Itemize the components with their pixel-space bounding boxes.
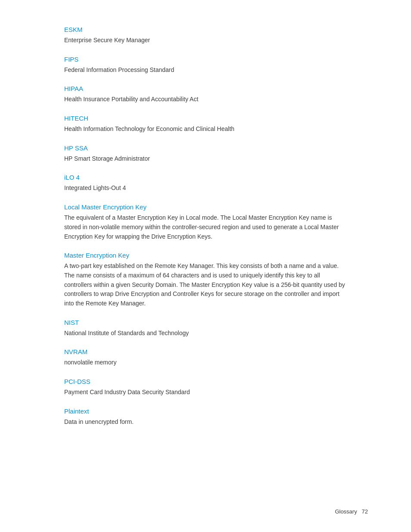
glossary-entry-pci-dss: PCI-DSSPayment Card Industry Data Securi… bbox=[64, 378, 347, 397]
page-content: ESKMEnterprise Secure Key ManagerFIPSFed… bbox=[0, 0, 411, 471]
page-footer: Glossary 72 bbox=[335, 508, 368, 515]
term-title-nvram: NVRAM bbox=[64, 348, 347, 355]
glossary-entry-hp-ssa: HP SSAHP Smart Storage Administrator bbox=[64, 144, 347, 164]
term-definition-local-master-encryption-key: The equivalent of a Master Encryption Ke… bbox=[64, 213, 347, 241]
glossary-entry-nist: NISTNational Institute of Standards and … bbox=[64, 319, 347, 338]
term-definition-nvram: nonvolatile memory bbox=[64, 358, 347, 367]
glossary-entry-plaintext: PlaintextData in unencrypted form. bbox=[64, 408, 347, 427]
glossary-entry-nvram: NVRAMnonvolatile memory bbox=[64, 348, 347, 367]
term-title-hitech: HITECH bbox=[64, 115, 347, 122]
footer-page-number: 72 bbox=[362, 508, 368, 515]
glossary-entry-eskm: ESKMEnterprise Secure Key Manager bbox=[64, 26, 347, 45]
term-definition-plaintext: Data in unencrypted form. bbox=[64, 417, 347, 427]
term-title-nist: NIST bbox=[64, 319, 347, 326]
glossary-entry-master-encryption-key: Master Encryption KeyA two-part key esta… bbox=[64, 252, 347, 308]
term-definition-fips: Federal Information Processing Standard bbox=[64, 65, 347, 75]
term-definition-hp-ssa: HP Smart Storage Administrator bbox=[64, 154, 347, 164]
term-title-fips: FIPS bbox=[64, 56, 347, 63]
term-title-master-encryption-key: Master Encryption Key bbox=[64, 252, 347, 259]
glossary-entry-ilo4: iLO 4Integrated Lights-Out 4 bbox=[64, 174, 347, 193]
glossary-entry-local-master-encryption-key: Local Master Encryption KeyThe equivalen… bbox=[64, 203, 347, 241]
term-title-pci-dss: PCI-DSS bbox=[64, 378, 347, 385]
term-title-hipaa: HIPAA bbox=[64, 85, 347, 92]
term-definition-ilo4: Integrated Lights-Out 4 bbox=[64, 184, 347, 193]
term-title-ilo4: iLO 4 bbox=[64, 174, 347, 181]
term-title-hp-ssa: HP SSA bbox=[64, 144, 347, 152]
term-definition-eskm: Enterprise Secure Key Manager bbox=[64, 36, 347, 45]
glossary-entry-hitech: HITECHHealth Information Technology for … bbox=[64, 115, 347, 134]
term-title-plaintext: Plaintext bbox=[64, 408, 347, 415]
term-definition-nist: National Institute of Standards and Tech… bbox=[64, 329, 347, 338]
footer-label: Glossary bbox=[335, 508, 357, 515]
term-title-local-master-encryption-key: Local Master Encryption Key bbox=[64, 203, 347, 211]
term-definition-hipaa: Health Insurance Portability and Account… bbox=[64, 95, 347, 104]
glossary-entry-hipaa: HIPAAHealth Insurance Portability and Ac… bbox=[64, 85, 347, 104]
term-definition-hitech: Health Information Technology for Econom… bbox=[64, 124, 347, 134]
term-definition-pci-dss: Payment Card Industry Data Security Stan… bbox=[64, 388, 347, 397]
term-definition-master-encryption-key: A two-part key established on the Remote… bbox=[64, 261, 347, 308]
glossary-entry-fips: FIPSFederal Information Processing Stand… bbox=[64, 56, 347, 75]
term-title-eskm: ESKM bbox=[64, 26, 347, 33]
